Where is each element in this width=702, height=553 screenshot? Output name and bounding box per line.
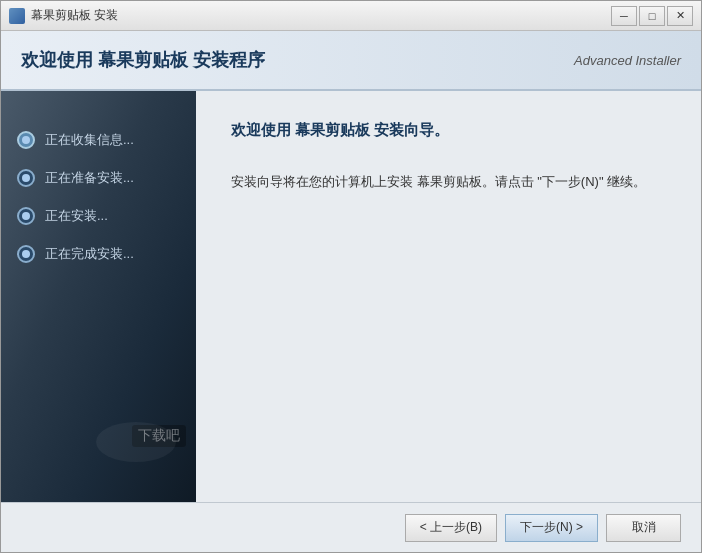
step-dot-3 — [17, 207, 35, 225]
minimize-button[interactable]: ─ — [611, 6, 637, 26]
app-icon — [9, 8, 25, 24]
content-title: 欢迎使用 幕果剪贴板 安装向导。 — [231, 121, 666, 140]
footer: < 上一步(B) 下一步(N) > 取消 — [1, 502, 701, 552]
main-area: 正在收集信息... 正在准备安装... 正在安装... 正在完成安装... — [1, 91, 701, 502]
titlebar-left: 幕果剪贴板 安装 — [9, 7, 118, 24]
step-item-3: 正在安装... — [1, 197, 196, 235]
header-title: 欢迎使用 幕果剪贴板 安装程序 — [21, 48, 265, 72]
content-body: 安装向导将在您的计算机上安装 幕果剪贴板。请点击 "下一步(N)" 继续。 — [231, 170, 666, 193]
step-label-4: 正在完成安装... — [45, 245, 134, 263]
cancel-button[interactable]: 取消 — [606, 514, 681, 542]
step-label-3: 正在安装... — [45, 207, 108, 225]
step-item-2: 正在准备安装... — [1, 159, 196, 197]
step-label-1: 正在收集信息... — [45, 131, 134, 149]
download-badge: 下载吧 — [132, 425, 186, 447]
step-dot-1 — [17, 131, 35, 149]
header: 欢迎使用 幕果剪贴板 安装程序 Advanced Installer — [1, 31, 701, 91]
step-dot-inner-4 — [22, 250, 30, 258]
step-dot-inner-2 — [22, 174, 30, 182]
brand-label: Advanced Installer — [574, 53, 681, 68]
installer-window: 幕果剪贴板 安装 ─ □ ✕ 欢迎使用 幕果剪贴板 安装程序 Advanced … — [0, 0, 702, 553]
step-dot-inner-3 — [22, 212, 30, 220]
titlebar: 幕果剪贴板 安装 ─ □ ✕ — [1, 1, 701, 31]
close-button[interactable]: ✕ — [667, 6, 693, 26]
step-dot-4 — [17, 245, 35, 263]
step-dot-inner-1 — [22, 136, 30, 144]
window-title: 幕果剪贴板 安装 — [31, 7, 118, 24]
back-button[interactable]: < 上一步(B) — [405, 514, 497, 542]
sidebar: 正在收集信息... 正在准备安装... 正在安装... 正在完成安装... — [1, 91, 196, 502]
step-item-1: 正在收集信息... — [1, 121, 196, 159]
step-dot-2 — [17, 169, 35, 187]
maximize-button[interactable]: □ — [639, 6, 665, 26]
next-button[interactable]: 下一步(N) > — [505, 514, 598, 542]
step-item-4: 正在完成安装... — [1, 235, 196, 273]
step-label-2: 正在准备安装... — [45, 169, 134, 187]
content-area: 欢迎使用 幕果剪贴板 安装向导。 安装向导将在您的计算机上安装 幕果剪贴板。请点… — [196, 91, 701, 502]
titlebar-buttons: ─ □ ✕ — [611, 6, 693, 26]
